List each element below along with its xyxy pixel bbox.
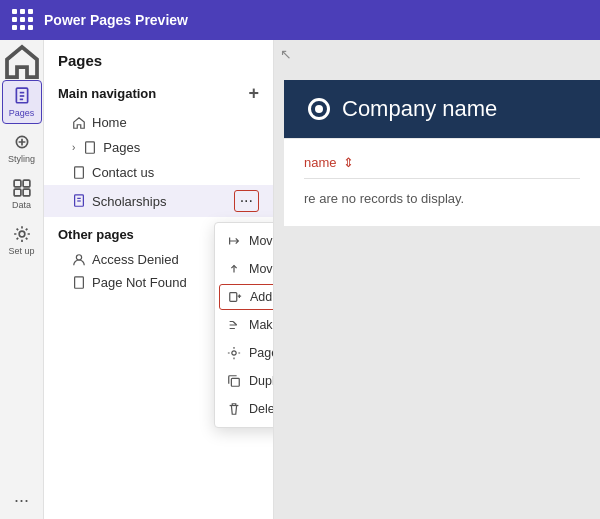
home-icon-bar[interactable] (2, 46, 42, 78)
data-label: Data (12, 200, 31, 210)
ctx-delete[interactable]: Delete (215, 395, 274, 423)
ctx-make-subpage[interactable]: Make this a subpage (215, 311, 274, 339)
svg-rect-5 (14, 180, 21, 187)
nav-item-home[interactable]: Home (44, 110, 273, 135)
ctx-add-subpage-label: Add a new subpage (250, 290, 274, 304)
settings-icon (227, 346, 241, 360)
main-nav-label: Main navigation (58, 86, 156, 101)
svg-rect-6 (23, 180, 30, 187)
page-icon (83, 141, 97, 155)
topbar: Power Pages Preview (0, 0, 600, 40)
nav-item-access-denied-label: Access Denied (92, 252, 179, 267)
ctx-move-other[interactable]: Move to "Other pages" (215, 227, 274, 255)
svg-rect-11 (75, 166, 84, 177)
app-title: Power Pages Preview (44, 12, 188, 28)
preview-content: name ⇕ re are no records to display. (284, 139, 600, 226)
svg-point-15 (76, 254, 81, 259)
ctx-make-subpage-label: Make this a subpage (249, 318, 274, 332)
delete-icon (227, 402, 241, 416)
svg-rect-24 (231, 378, 239, 386)
sidebar-item-pages[interactable]: Pages (2, 80, 42, 124)
duplicate-icon (227, 374, 241, 388)
nav-item-pages[interactable]: › Pages (44, 135, 273, 160)
svg-rect-16 (75, 276, 84, 287)
company-radio-icon (308, 98, 330, 120)
company-name: Company name (342, 96, 497, 122)
svg-rect-8 (23, 189, 30, 196)
main-layout: Pages Styling Data Set up ··· (0, 40, 600, 519)
preview-inner: Company name name ⇕ re are no records to… (284, 60, 600, 519)
pages-label: Pages (9, 108, 35, 118)
nav-item-scholarships-label: Scholarships (92, 194, 166, 209)
svg-rect-19 (230, 293, 237, 302)
nav-item-contact-label: Contact us (92, 165, 154, 180)
setup-label: Set up (8, 246, 34, 256)
field-label: name (304, 155, 337, 170)
company-header: Company name (284, 80, 600, 138)
nav-item-pages-label: Pages (103, 140, 140, 155)
pages-panel-header: Pages (44, 40, 273, 77)
sidebar-item-styling[interactable]: Styling (2, 126, 42, 170)
svg-point-9 (19, 231, 25, 237)
svg-rect-10 (86, 141, 95, 152)
ctx-duplicate[interactable]: Duplicate (215, 367, 274, 395)
nav-item-home-label: Home (92, 115, 127, 130)
nav-item-contact[interactable]: Contact us (44, 160, 273, 185)
icon-bar: Pages Styling Data Set up ··· (0, 40, 44, 519)
home-nav-icon (72, 116, 86, 130)
sidebar-item-data[interactable]: Data (2, 172, 42, 216)
move-other-icon (227, 234, 241, 248)
nav-item-page-not-found-label: Page Not Found (92, 275, 187, 290)
preview-area: ↖ Company name name ⇕ re are no records … (274, 40, 600, 519)
field-sort-icon: ⇕ (343, 155, 354, 170)
pages-panel: Pages Main navigation + Home › Pages Con… (44, 40, 274, 519)
preview-field: name ⇕ (304, 155, 580, 179)
add-page-button[interactable]: + (248, 83, 259, 104)
make-subpage-icon (227, 318, 241, 332)
nav-item-scholarships[interactable]: Scholarships ··· (44, 185, 273, 217)
chevron-right-icon: › (72, 142, 75, 153)
scholarships-more-button[interactable]: ··· (234, 190, 259, 212)
contact-page-icon (72, 166, 86, 180)
ctx-move-other-label: Move to "Other pages" (249, 234, 274, 248)
ctx-add-subpage[interactable]: Add a new subpage (219, 284, 274, 310)
styling-label: Styling (8, 154, 35, 164)
no-records-text: re are no records to display. (304, 187, 580, 210)
access-denied-icon (72, 253, 86, 267)
add-subpage-icon (228, 290, 242, 304)
context-menu: Move to "Other pages" Move up Add a new … (214, 222, 274, 428)
svg-point-23 (232, 351, 236, 355)
ctx-move-up-label: Move up (249, 262, 274, 276)
ctx-move-up[interactable]: Move up (215, 255, 274, 283)
move-up-icon (227, 262, 241, 276)
ctx-page-settings[interactable]: Page settings (215, 339, 274, 367)
sidebar-item-setup[interactable]: Set up (2, 218, 42, 262)
ctx-duplicate-label: Duplicate (249, 374, 274, 388)
scholarships-page-icon (72, 194, 86, 208)
more-options-icon[interactable]: ··· (14, 490, 29, 511)
svg-rect-7 (14, 189, 21, 196)
ctx-delete-label: Delete (249, 402, 274, 416)
main-nav-header: Main navigation + (44, 77, 273, 110)
page-not-found-icon (72, 276, 86, 290)
apps-icon[interactable] (12, 9, 34, 31)
ctx-page-settings-label: Page settings (249, 346, 274, 360)
